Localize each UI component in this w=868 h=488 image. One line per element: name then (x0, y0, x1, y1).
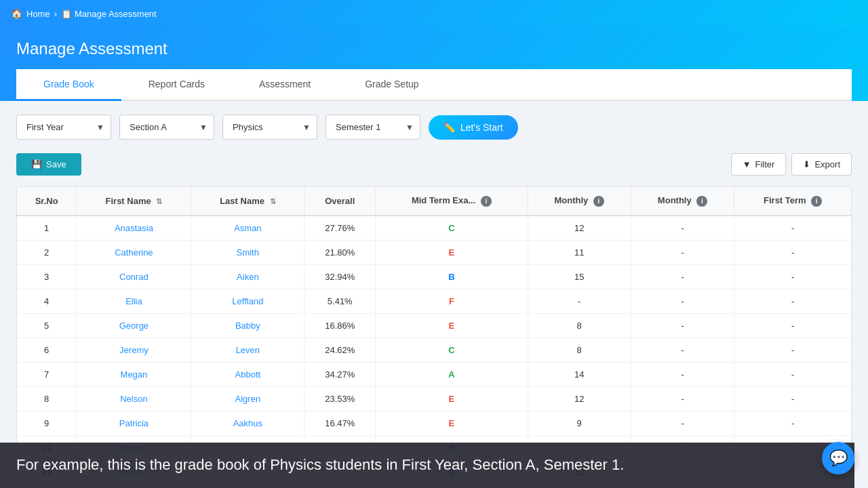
cell-mid-term: E (376, 411, 528, 436)
cell-last-name[interactable]: Algren (191, 387, 304, 411)
cell-mid-term: E (376, 387, 528, 411)
cell-monthly-1: 12 (528, 387, 631, 411)
table-row: 5 George Babby 16.86% E 8 - - (17, 314, 851, 338)
col-first-name[interactable]: First Name ⇅ (77, 187, 191, 216)
table-row: 7 Megan Abbott 34.27% A 14 - - (17, 363, 851, 387)
breadcrumb-home[interactable]: Home (26, 9, 50, 19)
table-row: 8 Nelson Algren 23.53% E 12 - - (17, 387, 851, 411)
cell-overall: 32.94% (304, 265, 376, 289)
filter-label: Filter (755, 159, 775, 169)
cell-overall: 16.47% (304, 411, 376, 436)
cell-overall: 24.62% (304, 338, 376, 363)
page-title: Manage Assessment (16, 39, 852, 58)
cell-monthly-2: - (631, 338, 734, 363)
export-button[interactable]: ⬇ Export (791, 153, 852, 176)
cell-last-name[interactable]: Leffland (191, 289, 304, 314)
cell-monthly-2: - (631, 387, 734, 411)
cell-first-name[interactable]: Catherine (77, 241, 191, 265)
chat-button[interactable]: 💬 (822, 442, 854, 474)
cell-first-name[interactable]: Anastasia (77, 216, 191, 241)
filter-row: First Year Second Year Third Year ▼ Sect… (16, 115, 852, 140)
cell-last-name[interactable]: Babby (191, 314, 304, 338)
subject-select-wrapper: Physics Mathematics Chemistry Biology ▼ (222, 115, 317, 140)
save-label: Save (46, 159, 66, 169)
cell-monthly-1: 8 (528, 314, 631, 338)
cell-monthly-1: 9 (528, 411, 631, 436)
cell-first-name[interactable]: Ellia (77, 289, 191, 314)
home-icon: 🏠 (11, 8, 22, 19)
cell-last-name[interactable]: Leven (191, 338, 304, 363)
sort-icon-first-name: ⇅ (156, 197, 162, 206)
cell-first-name[interactable]: Nelson (77, 387, 191, 411)
info-icon-monthly-2[interactable]: i (696, 196, 707, 207)
table-row: 9 Patricia Aakhus 16.47% E 9 - - (17, 411, 851, 436)
cell-last-name[interactable]: Smith (191, 241, 304, 265)
info-icon-mid-term[interactable]: i (481, 196, 492, 207)
cell-last-name[interactable]: Asman (191, 216, 304, 241)
cell-first-term: - (734, 314, 851, 338)
cell-first-name[interactable]: Megan (77, 363, 191, 387)
col-first-term: First Term i (734, 187, 851, 216)
tabs-bar: Grade Book Report Cards Assessment Grade… (16, 69, 852, 101)
cell-mid-term: C (376, 216, 528, 241)
export-icon: ⬇ (803, 159, 810, 169)
table-header-row: Sr.No First Name ⇅ Last Name ⇅ Overall M… (17, 187, 851, 216)
cell-srno: 3 (17, 265, 77, 289)
cell-first-term: - (734, 411, 851, 436)
col-last-name[interactable]: Last Name ⇅ (191, 187, 304, 216)
save-button[interactable]: 💾 Save (16, 153, 81, 176)
year-select[interactable]: First Year Second Year Third Year (16, 115, 111, 140)
info-icon-monthly-1[interactable]: i (593, 196, 604, 207)
header-area: Manage Assessment Grade Book Report Card… (0, 27, 868, 101)
lets-start-button[interactable]: ✏️ Let's Start (429, 115, 518, 140)
tab-grade-setup[interactable]: Grade Setup (338, 69, 446, 101)
info-icon-first-term[interactable]: i (811, 196, 822, 207)
cell-overall: 27.76% (304, 216, 376, 241)
cell-first-term: - (734, 363, 851, 387)
cell-first-name[interactable]: Jeremy (77, 338, 191, 363)
year-select-wrapper: First Year Second Year Third Year ▼ (16, 115, 111, 140)
tab-grade-book[interactable]: Grade Book (16, 69, 121, 101)
export-label: Export (814, 159, 840, 169)
cell-srno: 1 (17, 216, 77, 241)
cell-first-term: - (734, 289, 851, 314)
filter-button[interactable]: ▼ Filter (731, 153, 787, 176)
cell-overall: 16.86% (304, 314, 376, 338)
cell-last-name[interactable]: Aiken (191, 265, 304, 289)
cell-monthly-2: - (631, 314, 734, 338)
subject-select[interactable]: Physics Mathematics Chemistry Biology (222, 115, 317, 140)
breadcrumb-icon-doc: 📋 (61, 9, 72, 19)
col-monthly-1: Monthly i (528, 187, 631, 216)
cell-srno: 2 (17, 241, 77, 265)
cell-monthly-2: - (631, 289, 734, 314)
table-row: 1 Anastasia Asman 27.76% C 12 - - (17, 216, 851, 241)
cell-overall: 21.80% (304, 241, 376, 265)
chat-icon: 💬 (829, 449, 848, 467)
pencil-icon: ✏️ (443, 122, 455, 133)
grade-table: Sr.No First Name ⇅ Last Name ⇅ Overall M… (17, 187, 851, 485)
cell-srno: 7 (17, 363, 77, 387)
tab-assessment[interactable]: Assessment (232, 69, 338, 101)
cell-mid-term: A (376, 363, 528, 387)
cell-mid-term: B (376, 265, 528, 289)
cell-last-name[interactable]: Aakhus (191, 411, 304, 436)
cell-monthly-2: - (631, 363, 734, 387)
right-actions: ▼ Filter ⬇ Export (731, 153, 852, 176)
cell-monthly-2: - (631, 411, 734, 436)
cell-first-name[interactable]: Conrad (77, 265, 191, 289)
sort-icon-last-name: ⇅ (270, 197, 276, 206)
semester-select[interactable]: Semester 1 Semester 2 (326, 115, 420, 140)
cell-mid-term: E (376, 314, 528, 338)
cell-first-term: - (734, 241, 851, 265)
cell-last-name[interactable]: Abbott (191, 363, 304, 387)
save-icon: 💾 (31, 159, 42, 169)
cell-first-name[interactable]: George (77, 314, 191, 338)
filter-icon: ▼ (743, 159, 751, 169)
cell-monthly-1: - (528, 289, 631, 314)
section-select[interactable]: Section A Section B Section C (119, 115, 214, 140)
table-row: 2 Catherine Smith 21.80% E 11 - - (17, 241, 851, 265)
cell-first-term: - (734, 387, 851, 411)
tab-report-cards[interactable]: Report Cards (121, 69, 232, 101)
cell-first-name[interactable]: Patricia (77, 411, 191, 436)
cell-overall: 23.53% (304, 387, 376, 411)
